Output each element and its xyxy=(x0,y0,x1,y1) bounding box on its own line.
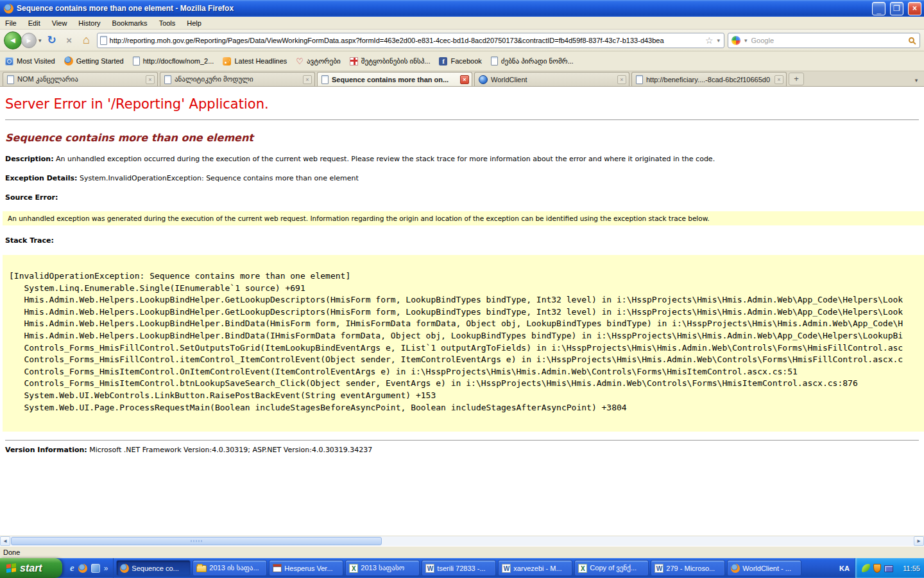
tray-leaf-icon[interactable] xyxy=(862,564,870,572)
word-icon xyxy=(654,564,663,573)
stack-trace-label: Stack Trace: xyxy=(5,236,919,245)
history-dropdown-icon[interactable]: ▾ xyxy=(38,37,42,44)
menu-view[interactable]: View xyxy=(52,19,67,27)
title-bar: Sequence contains more than one element … xyxy=(0,0,924,17)
tab-close-icon[interactable]: × xyxy=(303,75,312,84)
menu-history[interactable]: History xyxy=(78,19,100,27)
error-page-title: Server Error in '/Reporting' Application… xyxy=(5,96,919,112)
menu-edit[interactable]: Edit xyxy=(28,19,40,27)
restore-button[interactable]: ❐ xyxy=(890,2,903,15)
bookmark-getting-started[interactable]: Getting Started xyxy=(64,57,124,66)
bookmark-docflow[interactable]: http://docflow/nom_2... xyxy=(133,57,214,66)
tab-beneficiary[interactable]: http://beneficiary....-8cad-6bc2f10665d0… xyxy=(631,72,787,86)
taskbar-button-copy-of[interactable]: Copy of ვენქ... xyxy=(574,560,649,576)
firefox-window: Sequence contains more than one element … xyxy=(0,0,924,578)
menu-file[interactable]: File xyxy=(5,19,17,27)
georgian-flag-icon xyxy=(350,57,358,66)
word-icon xyxy=(425,564,434,573)
home-button[interactable]: ⌂ xyxy=(80,33,94,48)
tab-close-icon[interactable]: × xyxy=(774,75,783,84)
stop-button[interactable]: × xyxy=(62,33,76,48)
url-bar[interactable]: ☆ ▾ xyxy=(97,33,724,48)
windows-logo-icon xyxy=(6,563,16,573)
tray-network-icon[interactable] xyxy=(884,565,893,572)
start-button[interactable]: start xyxy=(0,558,62,578)
minimize-button[interactable]: _ xyxy=(872,2,886,15)
bookmarks-toolbar: Most Visited Getting Started http://docf… xyxy=(0,51,924,71)
horizontal-scrollbar[interactable]: ◄ ► xyxy=(0,536,924,546)
scroll-right-icon[interactable]: ► xyxy=(914,536,924,546)
tab-nom-kancelaria[interactable]: NOM კანცელარია × xyxy=(3,72,158,86)
close-button[interactable]: × xyxy=(908,2,921,15)
source-error-note: An unhandled exception was generated dur… xyxy=(3,211,924,225)
excel-icon xyxy=(349,564,358,573)
taskbar-clock[interactable]: 11:55 xyxy=(903,565,920,572)
tab-close-icon[interactable]: × xyxy=(617,75,626,84)
url-input[interactable] xyxy=(110,37,703,44)
status-text: Done xyxy=(3,548,20,556)
word-icon xyxy=(502,564,511,573)
taskbar: start » Sequence co... 2013 ის საფა... H… xyxy=(0,558,924,578)
quick-launch-overflow-icon[interactable]: » xyxy=(104,564,108,573)
tray-shield-icon[interactable] xyxy=(873,564,881,573)
internet-explorer-icon[interactable] xyxy=(70,563,74,573)
search-icon[interactable] xyxy=(909,37,914,43)
scrollbar-thumb[interactable] xyxy=(11,537,382,545)
divider xyxy=(5,119,919,120)
google-logo-icon[interactable] xyxy=(732,36,740,45)
taskbar-button-tserili[interactable]: tserili 72833 -... xyxy=(422,560,496,576)
menu-bookmarks[interactable]: Bookmarks xyxy=(112,19,148,27)
language-indicator[interactable]: KA xyxy=(834,558,855,578)
system-tray: 11:55 xyxy=(855,558,924,578)
bookmark-dzebna[interactable]: ძებნა პირადი ნომრ... xyxy=(491,57,574,66)
taskbar-button-2013-folder[interactable]: 2013 ის საფა... xyxy=(193,560,267,576)
tab-sequence-error-active[interactable]: Sequence contains more than on... × xyxy=(317,72,472,86)
bookmark-shetyobinebis[interactable]: შეტყობინების ინსპ... xyxy=(350,57,431,66)
bookmark-star-icon[interactable]: ☆ xyxy=(705,35,714,46)
facebook-icon xyxy=(439,57,447,66)
scroll-left-icon[interactable]: ◄ xyxy=(0,536,10,546)
search-engine-dropdown-icon[interactable]: ▾ xyxy=(743,37,749,44)
menu-help[interactable]: Help xyxy=(187,19,201,27)
divider xyxy=(5,440,919,441)
page-icon xyxy=(7,75,14,84)
most-visited-icon xyxy=(5,57,13,66)
tab-close-icon[interactable]: × xyxy=(460,75,469,84)
page-icon xyxy=(636,75,643,84)
firefox-icon xyxy=(64,57,73,66)
taskbar-button-xarvezebi[interactable]: xarvezebi - M... xyxy=(498,560,572,576)
stack-trace: [InvalidOperationException: Sequence con… xyxy=(3,255,924,432)
navigation-toolbar: ◄ ► ▾ ↻ × ⌂ ☆ ▾ ▾ xyxy=(0,30,924,51)
taskbar-button-sequence[interactable]: Sequence co... xyxy=(116,560,191,576)
status-bar: Done xyxy=(0,546,924,558)
page-icon xyxy=(133,57,140,66)
bookmark-latest-headlines[interactable]: Latest Headlines xyxy=(223,57,287,66)
firefox-icon xyxy=(731,564,740,573)
error-page-subtitle: Sequence contains more than one element xyxy=(5,132,919,144)
tab-strip: NOM კანცელარია × ანალიტიკური მოდული × Se… xyxy=(0,71,924,87)
forward-button[interactable]: ► xyxy=(21,33,37,48)
refresh-button[interactable]: ↻ xyxy=(45,33,59,48)
search-bar[interactable]: ▾ xyxy=(728,33,920,48)
url-dropdown-icon[interactable]: ▾ xyxy=(715,37,721,44)
page-icon xyxy=(321,75,329,84)
firefox-icon[interactable] xyxy=(78,564,87,573)
search-input[interactable] xyxy=(751,37,906,44)
tab-analitikuri-moduli[interactable]: ანალიტიკური მოდული × xyxy=(160,72,315,86)
tab-close-icon[interactable]: × xyxy=(146,75,155,84)
bookmark-avtorebi[interactable]: ♡ ავტორები xyxy=(296,57,340,66)
list-all-tabs-icon[interactable]: ▾ xyxy=(911,77,921,86)
taskbar-button-2013-excel[interactable]: 2013 საფასო xyxy=(345,560,420,576)
quick-launch-app-icon[interactable] xyxy=(91,564,100,573)
firefox-icon xyxy=(120,564,129,573)
taskbar-button-hesperus[interactable]: Hesperus Ver... xyxy=(269,560,343,576)
new-tab-button[interactable]: + xyxy=(789,73,804,85)
back-button[interactable]: ◄ xyxy=(4,31,22,49)
bookmark-most-visited[interactable]: Most Visited xyxy=(5,57,55,66)
menu-tools[interactable]: Tools xyxy=(159,19,176,27)
taskbar-button-279[interactable]: 279 - Microso... xyxy=(651,560,725,576)
quick-launch-bar: » xyxy=(62,558,114,578)
tab-worldclient[interactable]: WorldClient × xyxy=(474,72,629,86)
taskbar-button-worldclient[interactable]: WorldClient - ... xyxy=(727,560,801,576)
bookmark-facebook[interactable]: Facebook xyxy=(439,57,481,66)
